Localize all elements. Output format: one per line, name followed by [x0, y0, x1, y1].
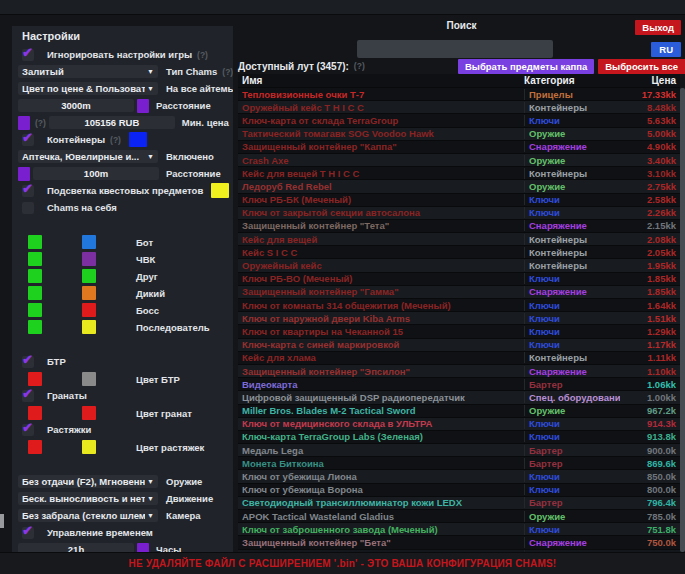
table-row[interactable]: Цифровой защищенный DSP радиопередатчик … — [238, 390, 680, 403]
drop-all-button[interactable]: Выбросить все — [598, 59, 685, 74]
help-icon[interactable]: (?) — [35, 118, 46, 128]
color-swatch[interactable] — [28, 303, 42, 317]
checkbox[interactable] — [22, 356, 34, 368]
help-icon[interactable]: (?) — [197, 50, 208, 60]
color-swatch[interactable] — [82, 303, 96, 317]
color-swatch[interactable] — [211, 183, 229, 198]
dropdown[interactable]: Без забрала (стекло шлема) ▼ — [18, 509, 158, 522]
color-swatch[interactable] — [82, 406, 96, 420]
settings-checkbox-row[interactable]: Игнорировать настройки игры (?) — [18, 48, 227, 61]
scrollbar-thumb[interactable] — [680, 88, 685, 552]
table-row[interactable]: Ключ-карта от склада TerraGroup Ключи 5.… — [238, 113, 680, 126]
checkbox[interactable] — [22, 49, 34, 61]
table-row[interactable]: Кейс для вещей T H I C C Контейнеры 3.10… — [238, 166, 680, 179]
table-row[interactable]: Ключ-карта с синей маркировкой Ключи 1.1… — [238, 338, 680, 351]
search-input[interactable] — [357, 40, 553, 58]
table-row[interactable]: Miller Bros. Blades M-2 Tactical Sword О… — [238, 404, 680, 417]
language-button[interactable]: RU — [651, 42, 681, 57]
table-row[interactable]: APOK Tactical Wasteland Gladius Оружие 7… — [238, 509, 680, 522]
table-row[interactable]: Ключ РБ-ВО (Меченый) Ключи 1.85kk — [238, 272, 680, 285]
table-row[interactable]: Crash Axe Оружие 3.40kk — [238, 153, 680, 166]
checkbox[interactable] — [22, 390, 34, 402]
value-input[interactable]: 105156 RUB — [49, 116, 175, 129]
settings-checkbox-row[interactable]: Подсветка квестовых предметов — [18, 184, 227, 197]
color-swatch[interactable] — [18, 116, 30, 130]
color-swatch[interactable] — [82, 252, 96, 266]
checkbox[interactable] — [22, 134, 34, 146]
table-row[interactable]: Кейс S I C C Контейнеры 2.05kk — [238, 245, 680, 258]
table-row[interactable]: Ключ от убежища Ворона Ключи 800.0k — [238, 483, 680, 496]
table-row[interactable]: Ключ от закрытой секции автосалона Ключи… — [238, 206, 680, 219]
color-swatch[interactable] — [28, 252, 42, 266]
table-row[interactable]: Защищенный контейнер "Тета" Снаряжение 2… — [238, 219, 680, 232]
checkbox[interactable] — [22, 202, 34, 214]
settings-checkbox-row[interactable]: Управление временем — [18, 526, 227, 539]
color-swatch[interactable] — [82, 320, 96, 334]
table-row[interactable]: Тепловизионные очки Т-7 Прицелы 17.33kk — [238, 87, 680, 100]
table-row[interactable]: Монета Биткоина Бартер 869.6k — [238, 456, 680, 469]
color-swatch[interactable] — [82, 235, 96, 249]
dropdown[interactable]: Залитый ▼ — [18, 65, 158, 78]
table-scrollbar[interactable] — [680, 87, 685, 553]
settings-checkbox-row[interactable]: БТР — [18, 355, 227, 368]
color-swatch[interactable] — [28, 372, 42, 386]
color-swatch[interactable] — [82, 372, 96, 386]
table-row[interactable]: Оружейный кейс T H I C C Контейнеры 8.48… — [238, 100, 680, 113]
table-row[interactable]: Ключ-карта TerraGroup Labs (Зеленая) Клю… — [238, 430, 680, 443]
select-kappa-items-button[interactable]: Выбрать предметы каппа — [458, 59, 594, 74]
color-swatch[interactable] — [28, 320, 42, 334]
table-row[interactable]: Ключ от квартиры на Чеканной 15 Ключи 1.… — [238, 324, 680, 337]
table-row[interactable]: Защищенный контейнер "Гамма" Снаряжение … — [238, 285, 680, 298]
table-row[interactable]: Тактический томагавк SOG Voodoo Hawk Ору… — [238, 127, 680, 140]
table-row[interactable]: Защищенный контейнер "Каппа" Снаряжение … — [238, 140, 680, 153]
color-swatch[interactable] — [18, 167, 30, 181]
color-swatch[interactable] — [137, 99, 149, 113]
color-swatch[interactable] — [28, 269, 42, 283]
color-swatch[interactable] — [28, 406, 42, 420]
loot-help-icon[interactable]: (?) — [354, 61, 365, 71]
table-row[interactable]: Защищенный контейнер "Эпсилон" Снаряжени… — [238, 364, 680, 377]
table-row[interactable]: Светодиодный трансиллюминатор кожи LEDX … — [238, 496, 680, 509]
table-row[interactable]: Ключ от комнаты 314 общежития (Меченый) … — [238, 298, 680, 311]
column-category[interactable]: Категория — [524, 75, 620, 86]
table-row[interactable]: Ключ от убежища Лиона Ключи 850.0k — [238, 469, 680, 482]
checkbox[interactable] — [22, 185, 34, 197]
item-category-cell: Ключи — [524, 524, 620, 535]
table-row[interactable]: Ключ от заброшенного завода (Меченый) Кл… — [238, 522, 680, 535]
dropdown[interactable]: Беск. выносливость и нет уста ▼ — [18, 492, 158, 505]
color-swatch[interactable] — [28, 440, 42, 454]
color-swatch[interactable] — [129, 132, 147, 147]
color-swatch[interactable] — [82, 269, 96, 283]
color-swatch[interactable] — [82, 286, 96, 300]
table-row[interactable]: Кейс для хлама Контейнеры 1.11kk — [238, 351, 680, 364]
color-swatch[interactable] — [82, 440, 96, 454]
item-price-cell: 750.0k — [620, 537, 680, 548]
table-row[interactable]: Защищенный контейнер "Бета" Снаряжение 7… — [238, 535, 680, 548]
exit-button[interactable]: Выход — [635, 20, 681, 35]
table-row[interactable]: Видеокарта Бартер 1.06kk — [238, 377, 680, 390]
settings-checkbox-row[interactable]: Растяжки — [18, 423, 227, 436]
checkbox[interactable] — [22, 527, 34, 539]
table-row[interactable]: Оружейный кейс Контейнеры 1.95kk — [238, 258, 680, 271]
column-name[interactable]: Имя — [238, 75, 524, 86]
table-row[interactable]: Кейс для вещей Контейнеры 2.08kk — [238, 232, 680, 245]
column-price[interactable]: Цена — [620, 75, 680, 86]
dropdown[interactable]: Цвет по цене & Пользователь ▼ — [18, 82, 158, 95]
settings-checkbox-row[interactable]: Chams на себя — [18, 201, 227, 214]
table-row[interactable]: Медаль Lega Бартер 900.0k — [238, 443, 680, 456]
help-icon[interactable]: (?) — [222, 67, 233, 77]
checkbox[interactable] — [22, 424, 34, 436]
table-row[interactable]: Ледоруб Red Rebel Оружие 2.75kk — [238, 179, 680, 192]
help-icon[interactable]: (?) — [110, 135, 121, 145]
settings-checkbox-row[interactable]: Гранаты — [18, 389, 227, 402]
table-row[interactable]: Ключ от наружной двери Kiba Arms Ключи 1… — [238, 311, 680, 324]
color-swatch[interactable] — [28, 235, 42, 249]
table-row[interactable]: Ключ от медицинского склада в УЛЬТРА Клю… — [238, 417, 680, 430]
dropdown[interactable]: Аптечка, Ювелирные и... ▼ — [18, 150, 158, 163]
dropdown[interactable]: Без отдачи (F2), Мгновенное п ▼ — [18, 475, 158, 488]
settings-checkbox-row[interactable]: Контейнеры (?) — [18, 133, 227, 146]
color-swatch[interactable] — [28, 286, 42, 300]
value-input[interactable]: 100m — [33, 167, 159, 180]
table-row[interactable]: Ключ РБ-БК (Меченый) Ключи 2.58kk — [238, 193, 680, 206]
value-input[interactable]: 3000m — [18, 99, 134, 112]
